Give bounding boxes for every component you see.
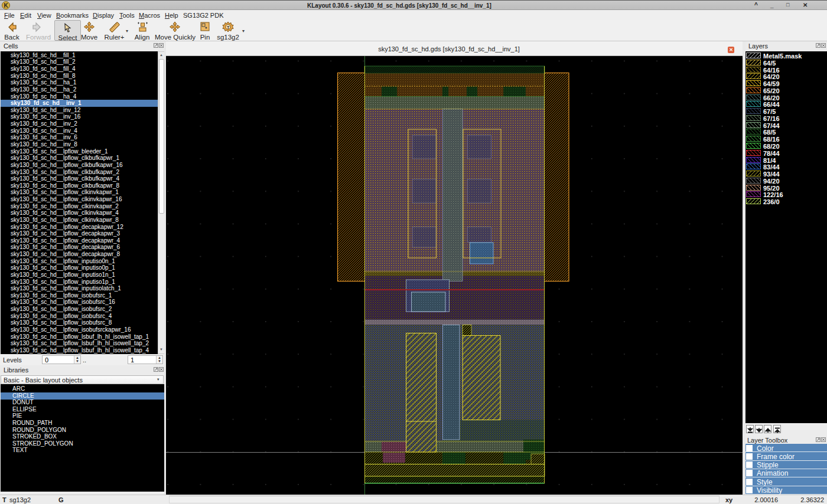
svg-text:K: K: [4, 2, 9, 9]
svg-text:T: T: [227, 25, 230, 30]
